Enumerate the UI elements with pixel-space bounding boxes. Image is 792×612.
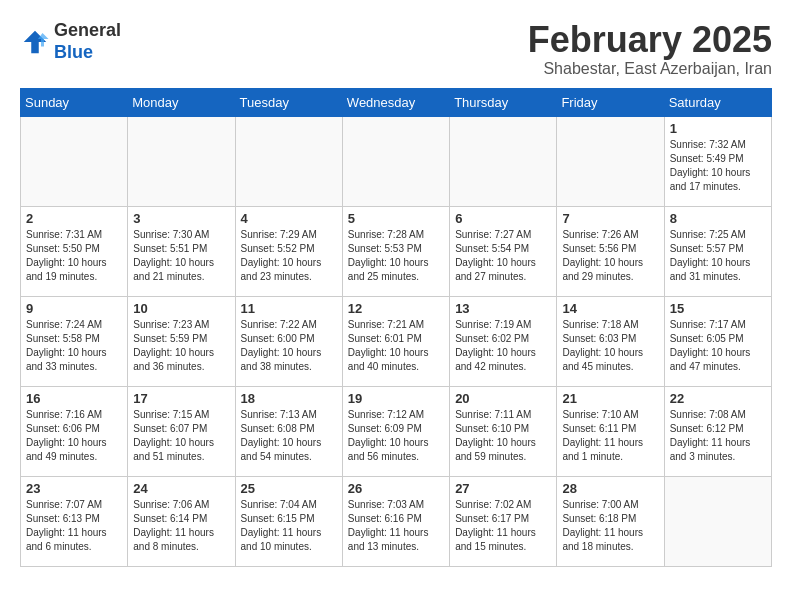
calendar-cell: 2Sunrise: 7:31 AM Sunset: 5:50 PM Daylig… [21,206,128,296]
calendar-cell [21,116,128,206]
day-info: Sunrise: 7:07 AM Sunset: 6:13 PM Dayligh… [26,498,122,554]
calendar-cell: 11Sunrise: 7:22 AM Sunset: 6:00 PM Dayli… [235,296,342,386]
day-number: 7 [562,211,658,226]
day-info: Sunrise: 7:18 AM Sunset: 6:03 PM Dayligh… [562,318,658,374]
day-number: 28 [562,481,658,496]
day-number: 26 [348,481,444,496]
day-info: Sunrise: 7:25 AM Sunset: 5:57 PM Dayligh… [670,228,766,284]
day-number: 14 [562,301,658,316]
day-info: Sunrise: 7:30 AM Sunset: 5:51 PM Dayligh… [133,228,229,284]
calendar-cell: 5Sunrise: 7:28 AM Sunset: 5:53 PM Daylig… [342,206,449,296]
calendar-cell: 4Sunrise: 7:29 AM Sunset: 5:52 PM Daylig… [235,206,342,296]
weekday-header: Monday [128,88,235,116]
calendar-cell [235,116,342,206]
weekday-header-row: SundayMondayTuesdayWednesdayThursdayFrid… [21,88,772,116]
location: Shabestar, East Azerbaijan, Iran [528,60,772,78]
calendar-cell: 24Sunrise: 7:06 AM Sunset: 6:14 PM Dayli… [128,476,235,566]
day-info: Sunrise: 7:29 AM Sunset: 5:52 PM Dayligh… [241,228,337,284]
weekday-header: Friday [557,88,664,116]
day-number: 20 [455,391,551,406]
weekday-header: Saturday [664,88,771,116]
month-year: February 2025 [528,20,772,60]
calendar-week-row: 2Sunrise: 7:31 AM Sunset: 5:50 PM Daylig… [21,206,772,296]
weekday-header: Tuesday [235,88,342,116]
calendar-cell [128,116,235,206]
weekday-header: Thursday [450,88,557,116]
day-info: Sunrise: 7:31 AM Sunset: 5:50 PM Dayligh… [26,228,122,284]
calendar-cell: 7Sunrise: 7:26 AM Sunset: 5:56 PM Daylig… [557,206,664,296]
day-info: Sunrise: 7:02 AM Sunset: 6:17 PM Dayligh… [455,498,551,554]
day-number: 2 [26,211,122,226]
day-number: 4 [241,211,337,226]
day-number: 1 [670,121,766,136]
day-info: Sunrise: 7:21 AM Sunset: 6:01 PM Dayligh… [348,318,444,374]
day-number: 13 [455,301,551,316]
day-number: 16 [26,391,122,406]
calendar-cell: 8Sunrise: 7:25 AM Sunset: 5:57 PM Daylig… [664,206,771,296]
logo-blue: Blue [54,42,93,62]
page-header: General Blue February 2025 Shabestar, Ea… [20,20,772,78]
day-number: 5 [348,211,444,226]
day-info: Sunrise: 7:10 AM Sunset: 6:11 PM Dayligh… [562,408,658,464]
calendar-cell [557,116,664,206]
calendar-cell: 14Sunrise: 7:18 AM Sunset: 6:03 PM Dayli… [557,296,664,386]
calendar-cell: 17Sunrise: 7:15 AM Sunset: 6:07 PM Dayli… [128,386,235,476]
day-info: Sunrise: 7:23 AM Sunset: 5:59 PM Dayligh… [133,318,229,374]
day-number: 3 [133,211,229,226]
weekday-header: Sunday [21,88,128,116]
day-number: 8 [670,211,766,226]
day-number: 23 [26,481,122,496]
day-info: Sunrise: 7:27 AM Sunset: 5:54 PM Dayligh… [455,228,551,284]
day-number: 10 [133,301,229,316]
calendar-cell [664,476,771,566]
day-info: Sunrise: 7:03 AM Sunset: 6:16 PM Dayligh… [348,498,444,554]
logo-text: General Blue [54,20,121,63]
calendar-cell: 26Sunrise: 7:03 AM Sunset: 6:16 PM Dayli… [342,476,449,566]
day-info: Sunrise: 7:22 AM Sunset: 6:00 PM Dayligh… [241,318,337,374]
logo-icon [20,27,50,57]
calendar-week-row: 9Sunrise: 7:24 AM Sunset: 5:58 PM Daylig… [21,296,772,386]
day-number: 18 [241,391,337,406]
day-number: 19 [348,391,444,406]
day-number: 15 [670,301,766,316]
day-info: Sunrise: 7:04 AM Sunset: 6:15 PM Dayligh… [241,498,337,554]
calendar-cell: 23Sunrise: 7:07 AM Sunset: 6:13 PM Dayli… [21,476,128,566]
day-info: Sunrise: 7:08 AM Sunset: 6:12 PM Dayligh… [670,408,766,464]
day-number: 9 [26,301,122,316]
day-number: 12 [348,301,444,316]
calendar-cell: 18Sunrise: 7:13 AM Sunset: 6:08 PM Dayli… [235,386,342,476]
title-block: February 2025 Shabestar, East Azerbaijan… [528,20,772,78]
calendar-cell: 10Sunrise: 7:23 AM Sunset: 5:59 PM Dayli… [128,296,235,386]
day-number: 6 [455,211,551,226]
calendar-cell: 1Sunrise: 7:32 AM Sunset: 5:49 PM Daylig… [664,116,771,206]
day-info: Sunrise: 7:26 AM Sunset: 5:56 PM Dayligh… [562,228,658,284]
calendar-week-row: 23Sunrise: 7:07 AM Sunset: 6:13 PM Dayli… [21,476,772,566]
day-info: Sunrise: 7:17 AM Sunset: 6:05 PM Dayligh… [670,318,766,374]
calendar-cell: 12Sunrise: 7:21 AM Sunset: 6:01 PM Dayli… [342,296,449,386]
calendar-cell [342,116,449,206]
day-info: Sunrise: 7:32 AM Sunset: 5:49 PM Dayligh… [670,138,766,194]
day-info: Sunrise: 7:15 AM Sunset: 6:07 PM Dayligh… [133,408,229,464]
day-number: 21 [562,391,658,406]
day-number: 17 [133,391,229,406]
calendar-week-row: 16Sunrise: 7:16 AM Sunset: 6:06 PM Dayli… [21,386,772,476]
day-number: 27 [455,481,551,496]
calendar-cell: 6Sunrise: 7:27 AM Sunset: 5:54 PM Daylig… [450,206,557,296]
calendar-cell: 15Sunrise: 7:17 AM Sunset: 6:05 PM Dayli… [664,296,771,386]
day-number: 25 [241,481,337,496]
day-number: 24 [133,481,229,496]
calendar-cell: 16Sunrise: 7:16 AM Sunset: 6:06 PM Dayli… [21,386,128,476]
day-number: 11 [241,301,337,316]
day-info: Sunrise: 7:28 AM Sunset: 5:53 PM Dayligh… [348,228,444,284]
day-info: Sunrise: 7:11 AM Sunset: 6:10 PM Dayligh… [455,408,551,464]
calendar-cell: 21Sunrise: 7:10 AM Sunset: 6:11 PM Dayli… [557,386,664,476]
calendar-cell: 27Sunrise: 7:02 AM Sunset: 6:17 PM Dayli… [450,476,557,566]
calendar-cell: 25Sunrise: 7:04 AM Sunset: 6:15 PM Dayli… [235,476,342,566]
calendar: SundayMondayTuesdayWednesdayThursdayFrid… [20,88,772,567]
day-number: 22 [670,391,766,406]
calendar-cell: 13Sunrise: 7:19 AM Sunset: 6:02 PM Dayli… [450,296,557,386]
calendar-cell: 3Sunrise: 7:30 AM Sunset: 5:51 PM Daylig… [128,206,235,296]
calendar-cell [450,116,557,206]
day-info: Sunrise: 7:16 AM Sunset: 6:06 PM Dayligh… [26,408,122,464]
day-info: Sunrise: 7:19 AM Sunset: 6:02 PM Dayligh… [455,318,551,374]
